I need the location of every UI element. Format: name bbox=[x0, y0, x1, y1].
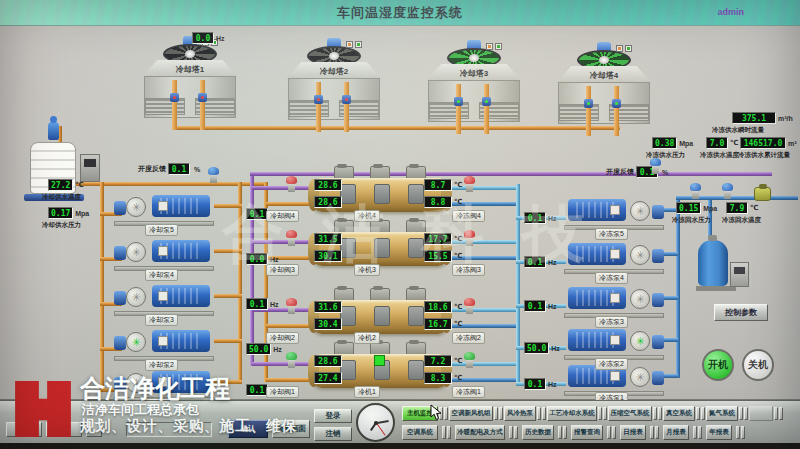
tower-valve[interactable] bbox=[198, 93, 207, 102]
cooling-pump-5[interactable]: ✳ bbox=[114, 192, 214, 226]
nav-button[interactable]: 报警查询 bbox=[571, 425, 603, 440]
cooling-pump-1[interactable]: ✳ bbox=[114, 368, 214, 402]
chilled-pump-3[interactable]: ✳ bbox=[564, 284, 664, 318]
cooling-valve-icon[interactable] bbox=[286, 230, 297, 246]
nav-button[interactable]: 冷暖配电及方式 bbox=[455, 425, 505, 440]
cooling-tower-2[interactable]: 冷却塔2 bbox=[286, 38, 382, 130]
dosing-control-panel bbox=[80, 154, 100, 182]
transmitter-icon[interactable] bbox=[650, 158, 661, 174]
chiller-2[interactable] bbox=[312, 288, 448, 340]
alarm-screen-button[interactable]: 报警画面 bbox=[272, 420, 310, 438]
chiller-4[interactable] bbox=[312, 166, 448, 218]
cooling-valve-icon[interactable] bbox=[286, 352, 297, 368]
unit: ℃ bbox=[454, 357, 462, 365]
expansion-tank[interactable] bbox=[696, 238, 756, 294]
valve-label: 冷却阀1 bbox=[266, 386, 299, 398]
lcd: 17.7 bbox=[424, 233, 452, 245]
p-inlet bbox=[114, 291, 126, 305]
start-button[interactable]: 开机 bbox=[702, 349, 734, 381]
ind bbox=[495, 43, 502, 50]
p-inlet bbox=[652, 205, 664, 219]
tower-valve[interactable] bbox=[454, 97, 463, 106]
tower-valve[interactable] bbox=[314, 95, 323, 104]
unit: Mpa bbox=[75, 210, 89, 217]
transmitter-icon[interactable] bbox=[208, 167, 219, 183]
tower-valve[interactable] bbox=[342, 95, 351, 104]
chilled-valve-icon[interactable] bbox=[464, 352, 475, 368]
chiller-1[interactable] bbox=[312, 342, 448, 394]
nav-button[interactable]: 日报表 bbox=[620, 425, 646, 440]
nav-button[interactable]: 年报表 bbox=[706, 425, 732, 440]
chilled-pump-5[interactable]: ✳ bbox=[564, 196, 664, 230]
transmitter-icon[interactable] bbox=[690, 183, 701, 199]
pipe-segment bbox=[252, 186, 314, 190]
stop-button[interactable]: 关机 bbox=[742, 349, 774, 381]
left-mini-button[interactable] bbox=[26, 422, 42, 437]
cooling-valve-icon[interactable] bbox=[286, 298, 297, 314]
nav-button[interactable]: 风冷热泵 bbox=[504, 406, 536, 421]
nav-button[interactable]: 真空系统 bbox=[663, 406, 695, 421]
tower-valve[interactable] bbox=[584, 99, 593, 108]
chilled-supply-temp: 7.0 ℃ bbox=[706, 137, 738, 149]
chilled-valve-icon[interactable] bbox=[464, 230, 475, 246]
cooling-tower-3[interactable]: 冷却塔3 bbox=[426, 40, 522, 132]
pump-frequency: 0.1Hz bbox=[524, 212, 557, 224]
tower-valve[interactable] bbox=[612, 99, 621, 108]
cooling-pump-4[interactable]: ✳ bbox=[114, 237, 214, 271]
left-mini-button[interactable] bbox=[6, 422, 22, 437]
lcd: 0.17 bbox=[48, 207, 73, 219]
mouse-cursor bbox=[430, 404, 442, 421]
chilled-valve-icon[interactable] bbox=[464, 298, 475, 314]
tank-control-cabinet bbox=[730, 262, 749, 287]
chilled-pump-4[interactable]: ✳ bbox=[564, 240, 664, 274]
nav-button[interactable]: 历史数据 bbox=[522, 425, 554, 440]
nav-button[interactable]: 空调系统 bbox=[402, 425, 438, 440]
tower-valve[interactable] bbox=[482, 97, 491, 106]
tower-valve[interactable] bbox=[170, 93, 179, 102]
nav-button[interactable]: 压缩空气系统 bbox=[608, 406, 652, 421]
lcd: 27.4 bbox=[314, 372, 342, 384]
sensor-label: 冷冻供水累计流量 bbox=[738, 151, 790, 160]
left-mini-button[interactable] bbox=[86, 422, 102, 437]
nav-button[interactable]: 月报表 bbox=[663, 425, 689, 440]
login-button[interactable]: 登录 bbox=[314, 409, 352, 423]
cooling-tower-1[interactable]: 冷却塔1 bbox=[142, 36, 238, 128]
pump-frequency: 0.1Hz bbox=[524, 300, 557, 312]
cooling-pump-3[interactable]: ✳ bbox=[114, 282, 214, 316]
i bbox=[537, 407, 541, 420]
status-inset-panel bbox=[126, 422, 212, 437]
left-mini-button[interactable] bbox=[66, 422, 82, 437]
lcd: 30.4 bbox=[314, 318, 342, 330]
pump-impeller-icon: ✳ bbox=[630, 245, 650, 265]
chilled-pump-2[interactable]: ✳ bbox=[564, 326, 664, 360]
chilled-valve-icon[interactable] bbox=[464, 176, 475, 192]
p-motor bbox=[152, 285, 210, 307]
cooling-pump-2[interactable]: ✳ bbox=[114, 327, 214, 361]
pump-label: 冷冻泵5 bbox=[595, 228, 628, 240]
c-fbox bbox=[408, 360, 424, 380]
confirm-button[interactable]: 确认 bbox=[228, 420, 268, 438]
i bbox=[542, 407, 546, 420]
grp: 8.7℃ bbox=[424, 179, 462, 191]
cooling-tower-4[interactable]: 冷却塔4 bbox=[556, 42, 652, 134]
c-fbox bbox=[340, 184, 356, 204]
grp: 16.7℃ bbox=[424, 318, 462, 330]
chiller-3[interactable] bbox=[312, 220, 448, 272]
lcd: 50.0 bbox=[246, 343, 271, 355]
transmitter-icon[interactable] bbox=[722, 183, 733, 199]
inline-pump-icon[interactable] bbox=[754, 187, 771, 201]
nav-button[interactable]: 工艺冷却水系统 bbox=[547, 406, 597, 421]
cooling-valve-icon[interactable] bbox=[286, 176, 297, 192]
pump-label: 冷却泵5 bbox=[145, 224, 178, 236]
nav-button[interactable]: 氮气系统 bbox=[706, 406, 738, 421]
ind bbox=[355, 41, 362, 48]
nav-button[interactable]: 空调新风机组 bbox=[449, 406, 493, 421]
pipe-segment bbox=[238, 182, 242, 384]
p-motor bbox=[568, 287, 626, 309]
lcd: 0.0 bbox=[246, 253, 268, 265]
control-params-button[interactable]: 控制参数 bbox=[714, 304, 768, 321]
chilled-return-temp: 7.9 ℃ bbox=[726, 202, 758, 214]
chiller-label: 冷机2 bbox=[354, 332, 380, 344]
logout-button[interactable]: 注销 bbox=[314, 427, 352, 441]
left-mini-button[interactable] bbox=[46, 422, 62, 437]
